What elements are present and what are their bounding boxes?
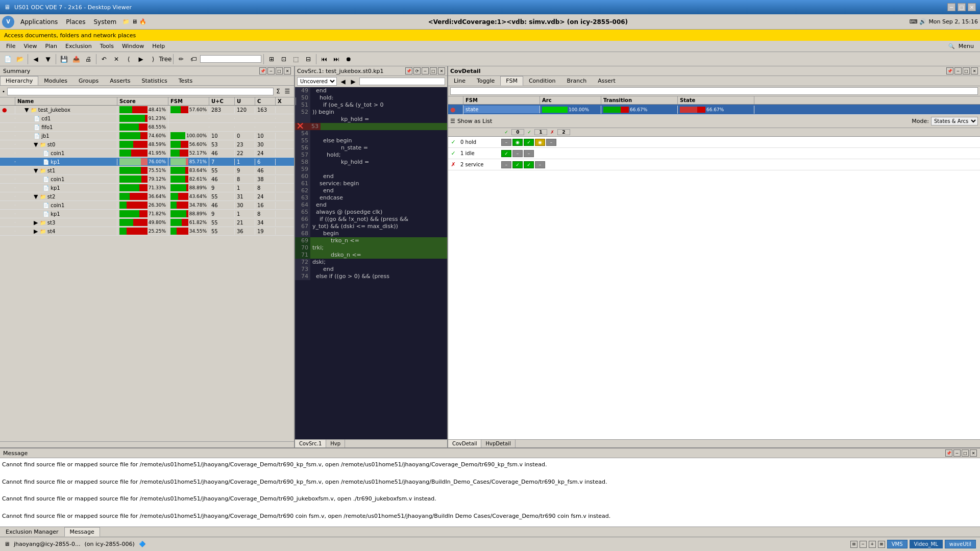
- code-nav-next[interactable]: ▶: [349, 78, 357, 86]
- row-name[interactable]: 📄 jb1: [15, 133, 117, 139]
- tb-tree[interactable]: Tree: [160, 54, 171, 65]
- menu-window[interactable]: Window: [118, 42, 148, 51]
- menu-tools[interactable]: Tools: [96, 42, 118, 51]
- tab-tests[interactable]: Tests: [173, 76, 198, 85]
- resize-btn4[interactable]: ⊠: [878, 541, 885, 548]
- col-c[interactable]: C: [255, 97, 276, 105]
- fsm-col-state[interactable]: State: [678, 96, 754, 104]
- btn-vms[interactable]: VMS: [887, 540, 908, 548]
- tb-edit[interactable]: ✏: [176, 54, 187, 65]
- arc-btn-2svc-2[interactable]: –: [535, 161, 545, 168]
- close-button[interactable]: ✕: [968, 3, 976, 11]
- code-close[interactable]: ✕: [438, 67, 445, 74]
- msg-max[interactable]: □: [962, 449, 969, 457]
- msg-min[interactable]: ─: [953, 449, 961, 457]
- tb-b3[interactable]: ⬚: [290, 54, 302, 65]
- row-name[interactable]: ▼ 📁 st1: [15, 167, 117, 174]
- tab-modules[interactable]: Modules: [38, 76, 73, 85]
- tb-export[interactable]: 📤: [70, 54, 82, 65]
- tb-filter[interactable]: ▼: [42, 54, 54, 65]
- tb-b4[interactable]: ⊟: [303, 54, 314, 65]
- tb-play[interactable]: ▶: [135, 54, 146, 65]
- code-path-input[interactable]: /BuildIn_Demo_Cases: [359, 78, 445, 85]
- arc-btn-1idle-1[interactable]: –: [512, 150, 523, 157]
- code-filter-select[interactable]: Uncovered All Covered: [297, 77, 337, 86]
- code-pin[interactable]: 📌: [405, 67, 412, 74]
- code-min[interactable]: ─: [422, 67, 429, 74]
- row-name[interactable]: 📄 kp1: [15, 211, 117, 217]
- col-x[interactable]: X: [276, 97, 296, 105]
- tab-hvpdetail[interactable]: HvpDetail: [481, 440, 515, 447]
- tb-next[interactable]: ⟩: [148, 54, 159, 65]
- tb-b2[interactable]: ⊡: [278, 54, 289, 65]
- row-name[interactable]: 📄 kp1: [15, 159, 117, 165]
- col-score[interactable]: Score: [117, 97, 168, 105]
- tb-tag[interactable]: 🏷: [188, 54, 199, 65]
- covdetail-min[interactable]: ─: [954, 67, 962, 74]
- menu-help[interactable]: Help: [148, 42, 169, 51]
- col-fsm[interactable]: FSM: [168, 97, 209, 105]
- btn-video-ml[interactable]: Video_ML: [910, 540, 943, 548]
- tab-hierarchy[interactable]: Hierarchy: [0, 76, 38, 85]
- summary-min[interactable]: ─: [267, 67, 275, 74]
- arc-btn-2svc-1b[interactable]: ✓: [524, 161, 534, 168]
- tab-statistics[interactable]: Statistics: [136, 76, 173, 85]
- tb-open[interactable]: 📂: [14, 54, 26, 65]
- mode-select[interactable]: States & Arcs States Only Arcs Only: [931, 117, 978, 126]
- toolbar-input[interactable]: [200, 55, 261, 63]
- menu-search[interactable]: Menu: [954, 42, 978, 51]
- row-name[interactable]: 📄 coin1: [15, 176, 117, 183]
- summary-pin[interactable]: 📌: [259, 67, 266, 74]
- system-menu[interactable]: System: [89, 17, 120, 27]
- row-name[interactable]: ▶ 📁 st4: [15, 228, 117, 235]
- code-tab-covsrc[interactable]: CovSrc.1: [295, 440, 326, 447]
- col-u[interactable]: U: [235, 97, 255, 105]
- summary-hscroll[interactable]: [0, 441, 294, 447]
- row-name[interactable]: 📄 coin1: [15, 202, 117, 209]
- resize-btn2[interactable]: ─: [860, 541, 867, 548]
- row-name[interactable]: ▼ 📁 test_jukebox: [15, 106, 117, 114]
- covdetail-close[interactable]: ✕: [971, 67, 978, 74]
- fsm-col-transition[interactable]: Transition: [601, 96, 678, 104]
- summary-close[interactable]: ✕: [284, 67, 291, 74]
- menu-view[interactable]: View: [19, 42, 41, 51]
- resize-btn1[interactable]: ⊞: [850, 541, 857, 548]
- summary-max[interactable]: □: [276, 67, 283, 74]
- covdetail-search-input[interactable]: [450, 87, 978, 95]
- tb-x[interactable]: ✕: [111, 54, 122, 65]
- applications-menu[interactable]: Applications: [16, 17, 62, 27]
- btn-waveutil[interactable]: waveUtil: [945, 540, 976, 548]
- minimize-button[interactable]: ─: [947, 3, 955, 11]
- tb-new[interactable]: 📄: [2, 54, 13, 65]
- arc-btn-0hold-1c[interactable]: ◉: [535, 139, 545, 146]
- row-name[interactable]: ▼ 📁 st2: [15, 193, 117, 201]
- fsm-col-arc[interactable]: Arc: [540, 96, 601, 104]
- row-name[interactable]: 📄 fifo1: [15, 124, 117, 131]
- msg-close[interactable]: ✕: [970, 449, 977, 457]
- arc-btn-0hold-1b[interactable]: ✓: [524, 139, 534, 146]
- code-nav-prev[interactable]: ◀: [339, 78, 347, 86]
- tb-print[interactable]: 🖨: [83, 54, 94, 65]
- tab-message[interactable]: Message: [64, 527, 100, 537]
- covdetail-pin[interactable]: 📌: [946, 67, 953, 74]
- tab-condition[interactable]: Condition: [523, 76, 561, 86]
- row-name[interactable]: ▼ 📁 st0: [15, 141, 117, 148]
- tab-asserts[interactable]: Asserts: [104, 76, 136, 85]
- row-name[interactable]: 📄 cd1: [15, 115, 117, 122]
- menu-file[interactable]: File: [2, 42, 19, 51]
- arc-btn-2svc-1a[interactable]: ✓: [512, 161, 523, 168]
- tb-c2[interactable]: ⏭: [331, 54, 342, 65]
- code-area[interactable]: 49 end 50 hold: 51 if (oe_s && (y_tot > …: [295, 87, 447, 439]
- menu-plan[interactable]: Plan: [41, 42, 61, 51]
- maximize-button[interactable]: □: [958, 3, 966, 11]
- fsm-col-fsm[interactable]: FSM: [463, 96, 540, 104]
- col-name[interactable]: Name: [15, 97, 117, 105]
- show-as-list[interactable]: ☰ Show as List: [450, 118, 492, 124]
- code-tab-hvp[interactable]: Hvp: [326, 440, 345, 447]
- tb-save[interactable]: 💾: [58, 54, 69, 65]
- resize-btn3[interactable]: +: [869, 541, 876, 548]
- arc-btn-2svc-0[interactable]: –: [501, 161, 511, 168]
- filter-list[interactable]: ☰: [283, 87, 292, 96]
- tb-c1[interactable]: ⏮: [318, 54, 330, 65]
- code-sync[interactable]: ⟳: [413, 67, 421, 74]
